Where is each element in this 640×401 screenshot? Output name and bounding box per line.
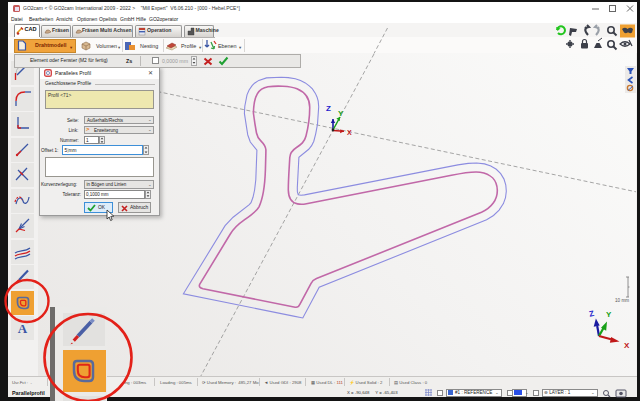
svg-text:Z: Z bbox=[588, 309, 595, 319]
svg-text:A: A bbox=[18, 321, 28, 336]
svg-text:X: X bbox=[347, 129, 352, 136]
svg-text:Z: Z bbox=[326, 104, 331, 113]
svg-text:10 mm: 10 mm bbox=[615, 298, 629, 303]
svg-text:Y: Y bbox=[338, 109, 344, 118]
svg-text:X: X bbox=[624, 341, 630, 350]
svg-text:Y: Y bbox=[606, 310, 612, 319]
